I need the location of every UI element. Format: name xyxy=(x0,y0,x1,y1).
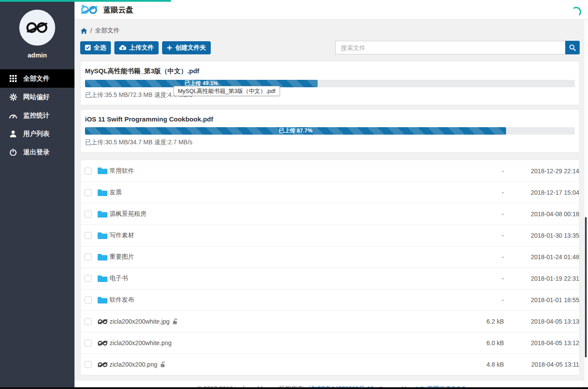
file-size: 4.8 kB xyxy=(462,361,504,368)
file-size: 6.2 kB xyxy=(462,318,504,325)
row-checkbox[interactable] xyxy=(85,361,92,368)
file-size: - xyxy=(462,275,504,282)
scrollbar-thumb[interactable] xyxy=(585,217,587,357)
search-button[interactable] xyxy=(565,41,580,54)
file-size: - xyxy=(462,211,504,218)
page-loading-bar xyxy=(0,0,171,2)
row-checkbox[interactable] xyxy=(85,189,92,196)
file-size: - xyxy=(462,168,504,175)
search-group xyxy=(335,41,580,54)
sidebar-item-label: 监控统计 xyxy=(23,111,50,120)
scrollbar-track[interactable] xyxy=(584,20,588,387)
upload-detail: 已上传:35.5 MB/72.3 MB 速度:4.4 MB/s xyxy=(85,91,575,99)
row-checkbox[interactable] xyxy=(85,232,92,239)
sidebar-item-site-preferences[interactable]: 网站偏好 xyxy=(0,88,74,106)
select-all-button[interactable]: 全选 xyxy=(80,41,111,54)
gear-icon xyxy=(9,93,17,101)
file-date: 2018-04-05 13:12 xyxy=(504,339,579,346)
file-row[interactable]: 写作素材 - 2018-01-30 13:35 xyxy=(81,225,579,246)
file-date: 2018-01-30 13:35 xyxy=(504,232,579,239)
row-checkbox[interactable] xyxy=(85,318,92,325)
file-row[interactable]: 发票 - 2018-12-17 15:04 xyxy=(81,182,579,203)
upload-progress-track: 已上传 49.1% xyxy=(85,80,575,87)
upload-card: iOS 11 Swift Programming Cookbook.pdf 已上… xyxy=(80,109,580,153)
folder-icon xyxy=(97,210,110,218)
image-file-icon xyxy=(97,361,110,368)
folder-icon xyxy=(97,296,110,304)
username: admin xyxy=(0,51,74,59)
dashboard-icon xyxy=(9,112,17,118)
create-folder-button[interactable]: 创建文件夹 xyxy=(162,41,211,54)
file-row[interactable]: zicla200x200white.jpg 6.2 kB 2018-04-05 … xyxy=(81,310,579,332)
sidebar-item-all-files[interactable]: 全部文件 xyxy=(0,69,74,88)
infinity-logo-icon xyxy=(25,20,49,35)
file-name[interactable]: 软件发布 xyxy=(110,296,134,304)
avatar[interactable] xyxy=(19,10,55,46)
unlock-icon xyxy=(160,361,166,368)
check-square-icon xyxy=(85,45,91,50)
row-checkbox[interactable] xyxy=(85,339,92,346)
sidebar-item-user-list[interactable]: 用户列表 xyxy=(0,125,74,143)
loading-spinner-icon xyxy=(570,6,582,18)
search-icon xyxy=(569,44,576,51)
upload-file-button[interactable]: 上传文件 xyxy=(114,41,159,54)
file-size: - xyxy=(462,232,504,239)
file-size: - xyxy=(462,189,504,196)
brand-logo-icon[interactable] xyxy=(80,4,99,15)
file-name[interactable]: 重要图片 xyxy=(110,253,134,261)
file-name[interactable]: zicla200x200white.png xyxy=(110,339,172,346)
file-name[interactable]: 写作素材 xyxy=(110,232,134,239)
sidebar-item-logout[interactable]: 退出登录 xyxy=(0,143,74,161)
file-name[interactable]: 源枫景苑租房 xyxy=(110,210,146,218)
folder-icon xyxy=(97,253,110,261)
row-checkbox[interactable] xyxy=(85,211,92,218)
content-area: / 全部文件 全选 上传文件 xyxy=(74,20,588,375)
breadcrumb-current[interactable]: 全部文件 xyxy=(95,27,120,35)
home-icon[interactable] xyxy=(81,28,87,34)
file-date: 2018-04-08 00:18 xyxy=(504,211,579,218)
power-icon xyxy=(9,149,17,156)
file-name[interactable]: zicla200x200.png xyxy=(110,361,157,368)
upload-card: MySQL高性能书籍_第3版（中文）.pdf 已上传 49.1% 已上传:35.… xyxy=(80,61,580,105)
file-name[interactable]: 发票 xyxy=(110,189,122,196)
user-icon xyxy=(9,130,17,137)
file-date: 2018-12-29 22:14 xyxy=(504,168,579,175)
search-input[interactable] xyxy=(335,41,565,54)
file-size: - xyxy=(462,253,504,261)
file-row[interactable]: 软件发布 - 2018-01-01 18:55 xyxy=(81,289,579,310)
app-header: 蓝眼云盘 xyxy=(74,0,588,20)
row-checkbox[interactable] xyxy=(85,296,92,303)
plus-icon xyxy=(167,45,172,50)
file-row[interactable]: 常用软件 - 2018-12-29 22:14 xyxy=(81,160,579,182)
cloud-upload-icon xyxy=(119,45,126,50)
sidebar-item-monitor-stats[interactable]: 监控统计 xyxy=(0,106,74,125)
file-row[interactable]: 电子书 - 2018-01-19 22:31 xyxy=(81,268,579,289)
file-row[interactable]: 重要图片 - 2018-01-24 01:48 xyxy=(81,246,579,268)
filename-tooltip: MySQL高性能书籍_第3版（中文）.pdf xyxy=(174,86,280,96)
user-profile[interactable]: admin xyxy=(0,0,74,59)
row-checkbox[interactable] xyxy=(85,168,92,175)
toolbar: 全选 上传文件 创建文件夹 xyxy=(80,41,580,54)
unlock-icon xyxy=(173,318,178,325)
app-window: admin 全部文件 xyxy=(0,0,588,389)
file-row[interactable]: zicla200x200white.png 6.0 kB 2018-04-05 … xyxy=(81,332,579,353)
grid-icon xyxy=(9,75,17,82)
file-name[interactable]: 电子书 xyxy=(110,275,128,282)
file-name[interactable]: zicla200x200white.jpg xyxy=(110,318,170,325)
file-row[interactable]: 源枫景苑租房 - 2018-04-08 00:18 xyxy=(81,203,579,225)
file-size: 6.0 kB xyxy=(462,339,504,346)
main-area: 蓝眼云盘 / 全部文件 xyxy=(74,0,588,389)
select-all-label: 全选 xyxy=(94,44,106,52)
upload-detail: 已上传:30.5 MB/34.7 MB 速度:2.7 MB/s xyxy=(85,139,575,146)
upload-progress-fill: 已上传 87.7% xyxy=(85,127,506,135)
upload-progress-track: 已上传 87.7% xyxy=(85,127,575,135)
sidebar-item-label: 网站偏好 xyxy=(23,93,50,101)
sidebar-menu: 全部文件 网站偏好 xyxy=(0,69,74,161)
file-name[interactable]: 常用软件 xyxy=(110,167,134,175)
image-file-icon xyxy=(97,318,110,325)
row-checkbox[interactable] xyxy=(85,253,92,261)
breadcrumb-separator: / xyxy=(90,27,92,34)
file-row[interactable]: zicla200x200.png 4.8 kB 2018-04-05 13:11 xyxy=(81,353,579,375)
row-checkbox[interactable] xyxy=(85,275,92,282)
sidebar-item-label: 全部文件 xyxy=(23,75,50,83)
